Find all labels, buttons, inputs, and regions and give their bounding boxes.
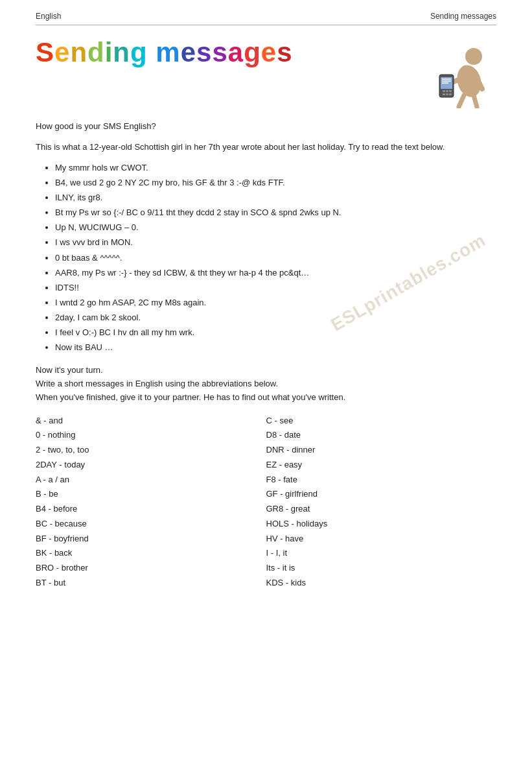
abbrev-item: F8 - fate: [266, 473, 484, 488]
instruction-line-3: When you've finished, give it to your pa…: [36, 391, 496, 405]
abbrev-item: GR8 - great: [266, 502, 484, 517]
header-subject: English: [36, 12, 61, 21]
main-title: Sending messages: [36, 37, 293, 68]
abbrev-item: D8 - date: [266, 428, 484, 443]
abbrev-item: & - and: [36, 414, 253, 429]
list-item: I ws vvv brd in MON.: [55, 235, 496, 250]
list-item: AAR8, my Ps wr :-} - they sd ICBW, & tht…: [55, 266, 496, 280]
svg-point-0: [465, 48, 482, 65]
abbrev-item: C - see: [266, 414, 484, 429]
abbrev-item: BF - boyfriend: [36, 532, 253, 547]
abbrev-item: 2DAY - today: [36, 458, 253, 473]
intro-description: This is what a 12-year-old Schottish gir…: [36, 141, 496, 154]
list-item: Up N, WUCIWUG – 0.: [55, 220, 496, 235]
svg-rect-13: [449, 93, 452, 95]
page: English Sending messages Sending message…: [0, 0, 532, 758]
abbrev-item: B4 - before: [36, 502, 253, 517]
abbrev-item: BT - but: [36, 576, 253, 591]
instruction-line-2: Write a short messages in English using …: [36, 377, 496, 391]
abbrev-item: 0 - nothing: [36, 428, 253, 443]
abbrev-col-right: C - see D8 - date DNR - dinner EZ - easy…: [266, 414, 497, 591]
turn-instructions: Now it's your turn. Write a short messag…: [36, 364, 496, 404]
abbrev-item: KDS - kids: [266, 576, 484, 591]
instruction-line-1: Now it's your turn.: [36, 364, 496, 377]
abbreviations-section: & - and 0 - nothing 2 - two, to, too 2DA…: [36, 414, 496, 591]
list-item: IDTS!!: [55, 281, 496, 295]
abbrev-item: Its - it is: [266, 561, 484, 576]
list-item: My smmr hols wr CWOT.: [55, 161, 496, 175]
svg-rect-11: [443, 93, 445, 95]
abbrev-item: I - I, it: [266, 546, 484, 561]
abbrev-item: BK - back: [36, 546, 253, 561]
abbrev-col-left: & - and 0 - nothing 2 - two, to, too 2DA…: [36, 414, 266, 591]
abbrev-item: GF - girlfriend: [266, 487, 484, 502]
abbrev-item: BC - because: [36, 517, 253, 532]
abbrev-item: A - a / an: [36, 473, 253, 488]
abbrev-item: BRO - brother: [36, 561, 253, 576]
abbrev-item: HV - have: [266, 532, 484, 547]
list-item: I wntd 2 go hm ASAP, 2C my M8s again.: [55, 296, 496, 310]
list-item: 2day, I cam bk 2 skool.: [55, 311, 496, 325]
svg-rect-12: [446, 93, 448, 95]
abbrev-item: HOLS - holidays: [266, 517, 484, 532]
title-section: Sending messages: [36, 37, 496, 108]
abbrev-item: 2 - two, to, too: [36, 443, 253, 458]
svg-rect-9: [446, 90, 448, 92]
list-item: Now its BAU …: [55, 340, 496, 355]
svg-line-4: [459, 95, 464, 107]
list-item: I feel v O:-) BC I hv dn all my hm wrk.: [55, 326, 496, 340]
abbrev-item: B - be: [36, 487, 253, 502]
phone-illustration: [412, 37, 496, 108]
intro-question: How good is your SMS English?: [36, 120, 496, 133]
svg-rect-8: [443, 90, 445, 92]
list-item: B4, we usd 2 go 2 NY 2C my bro, his GF &…: [55, 176, 496, 190]
header-title: Sending messages: [430, 12, 496, 21]
list-item: Bt my Ps wr so {:-/ BC o 9/11 tht they d…: [55, 206, 496, 220]
abbrev-columns: & - and 0 - nothing 2 - two, to, too 2DA…: [36, 414, 496, 591]
list-item: ILNY, its gr8.: [55, 191, 496, 205]
abbrev-item: EZ - easy: [266, 458, 484, 473]
abbrev-item: DNR - dinner: [266, 443, 484, 458]
list-item: 0 bt baas & ^^^^^.: [55, 251, 496, 265]
svg-line-5: [474, 95, 477, 107]
sms-bullet-list: My smmr hols wr CWOT. B4, we usd 2 go 2 …: [55, 161, 496, 355]
svg-rect-10: [449, 90, 452, 92]
page-header: English Sending messages: [36, 12, 496, 25]
